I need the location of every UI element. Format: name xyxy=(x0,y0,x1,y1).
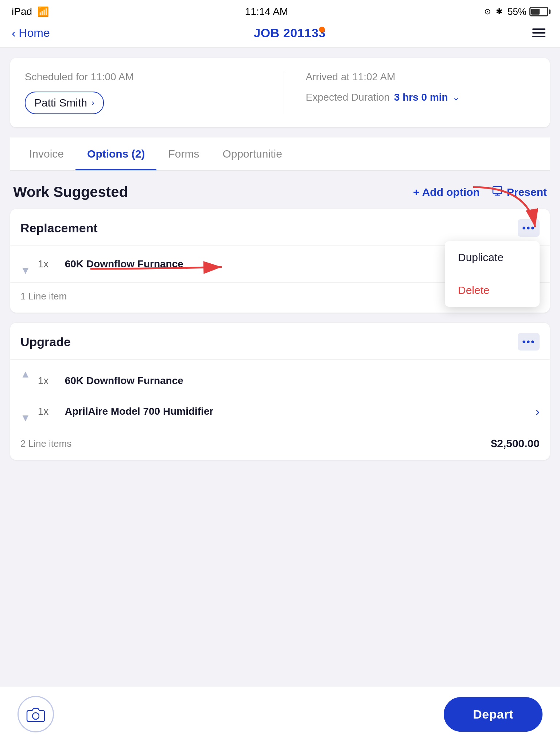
time-display: 11:14 AM xyxy=(245,6,288,18)
arrived-label: Arrived at 11:02 AM xyxy=(306,71,536,83)
info-card: Scheduled for 11:00 AM Patti Smith › Arr… xyxy=(10,58,550,127)
battery-icon xyxy=(529,7,548,16)
duration-value: 3 hrs 0 min xyxy=(394,92,448,103)
battery-fill xyxy=(531,9,540,15)
line-count-upgrade: 2 Line items xyxy=(20,438,71,449)
svg-point-3 xyxy=(32,713,39,719)
hamburger-line-1 xyxy=(532,28,545,30)
up-arrow-u1[interactable]: ▲ xyxy=(20,368,31,380)
option-title-upgrade: Upgrade xyxy=(20,335,71,349)
person-name: Patti Smith xyxy=(34,97,87,109)
bottom-bar: Depart xyxy=(0,687,560,747)
option-card-upgrade: Upgrade ••• ▲ ▼ 1x 60K Downflow Furnance… xyxy=(10,323,550,460)
screen-record-icon: ⊙ xyxy=(484,7,491,16)
person-badge[interactable]: Patti Smith › xyxy=(25,92,104,114)
info-right: Arrived at 11:02 AM Expected Duration 3 … xyxy=(299,71,536,114)
line-item-name-u2: AprilAire Model 700 Humidifier xyxy=(65,406,536,417)
menu-button[interactable] xyxy=(529,26,548,40)
line-item-qty-r1: 1x xyxy=(38,258,56,270)
dropdown-delete[interactable]: Delete xyxy=(445,274,540,307)
tab-options[interactable]: Options (2) xyxy=(75,138,156,170)
present-button[interactable]: Present xyxy=(491,185,547,199)
duration-row: Expected Duration 3 hrs 0 min ⌄ xyxy=(306,92,536,103)
option-title-replacement: Replacement xyxy=(20,221,98,235)
option-menu-button-upgrade[interactable]: ••• xyxy=(518,333,540,351)
line-item-qty-u1: 1x xyxy=(38,375,56,387)
line-item-name-u1: 60K Downflow Furnance xyxy=(65,375,540,387)
down-arrow-r1[interactable]: ▼ xyxy=(20,265,31,276)
info-left: Scheduled for 11:00 AM Patti Smith › xyxy=(25,71,269,114)
line-count-replacement: 1 Line item xyxy=(20,291,67,302)
three-dots-icon-upgrade: ••• xyxy=(522,336,535,348)
depart-button[interactable]: Depart xyxy=(444,697,542,732)
section-title: Work Suggested xyxy=(13,184,128,200)
down-arrow-u1[interactable]: ▼ xyxy=(20,382,31,393)
duration-label: Expected Duration xyxy=(306,92,390,103)
present-icon xyxy=(491,185,503,199)
device-label: iPad xyxy=(12,6,32,18)
three-dots-icon: ••• xyxy=(522,222,535,234)
option-menu-button-replacement[interactable]: ••• xyxy=(518,219,540,237)
main-content: Work Suggested + Add option Present Repl… xyxy=(0,171,560,529)
info-divider xyxy=(284,71,284,114)
status-left: iPad 📶 xyxy=(12,6,49,18)
bluetooth-icon: ✱ xyxy=(496,7,502,16)
svg-rect-0 xyxy=(493,186,502,194)
line-total-upgrade: $2,500.00 xyxy=(491,437,540,450)
battery-percent: 55% xyxy=(508,6,526,18)
camera-button[interactable] xyxy=(18,696,54,732)
duration-chevron-icon: ⌄ xyxy=(452,92,460,102)
tab-invoice[interactable]: Invoice xyxy=(18,138,75,170)
status-bar: iPad 📶 11:14 AM ⊙ ✱ 55% xyxy=(0,0,560,20)
option-card-replacement: Replacement ••• Duplicate Delete xyxy=(10,209,550,313)
line-item-qty-u2: 1x xyxy=(38,406,56,417)
home-button[interactable]: ‹ Home xyxy=(12,26,50,40)
dropdown-duplicate[interactable]: Duplicate xyxy=(445,241,540,274)
up-arrow-u2: ▲ xyxy=(20,399,31,411)
section-actions: + Add option Present xyxy=(413,185,547,199)
notification-dot xyxy=(319,27,325,32)
tab-opportunities[interactable]: Opportunitie xyxy=(211,138,293,170)
present-label: Present xyxy=(507,186,547,198)
camera-icon xyxy=(26,706,45,722)
hamburger-line-3 xyxy=(532,36,545,37)
option-card-header-replacement: Replacement ••• Duplicate Delete xyxy=(10,209,550,246)
person-chevron-icon: › xyxy=(92,98,94,108)
option-card-header-upgrade: Upgrade ••• xyxy=(10,323,550,360)
nav-bar: ‹ Home JOB 201133 xyxy=(0,20,560,48)
scheduled-label: Scheduled for 11:00 AM xyxy=(25,71,254,83)
section-header: Work Suggested + Add option Present xyxy=(10,171,550,209)
down-arrow-u2[interactable]: ▼ xyxy=(20,412,31,424)
status-right: ⊙ ✱ 55% xyxy=(484,6,548,18)
battery-container: 55% xyxy=(508,6,548,18)
up-arrow-placeholder: ▲ xyxy=(20,252,31,263)
depart-label: Depart xyxy=(473,707,513,721)
dropdown-menu-replacement: Duplicate Delete xyxy=(445,241,540,307)
add-option-button[interactable]: + Add option xyxy=(413,186,480,198)
card-footer-upgrade: 2 Line items $2,500.00 xyxy=(10,430,550,460)
line-item-chevron-u2[interactable]: › xyxy=(536,405,540,418)
back-chevron-icon: ‹ xyxy=(12,26,16,40)
wifi-icon: 📶 xyxy=(37,6,49,18)
tab-forms[interactable]: Forms xyxy=(156,138,211,170)
home-label[interactable]: Home xyxy=(19,26,50,40)
page-title: JOB 201133 xyxy=(253,26,326,40)
hamburger-line-2 xyxy=(532,32,545,34)
tabs-container: Invoice Options (2) Forms Opportunitie xyxy=(10,138,550,171)
add-option-label: + Add option xyxy=(413,186,480,198)
line-items-upgrade: ▲ ▼ 1x 60K Downflow Furnance ▲ ▼ 1x Apri… xyxy=(10,360,550,430)
